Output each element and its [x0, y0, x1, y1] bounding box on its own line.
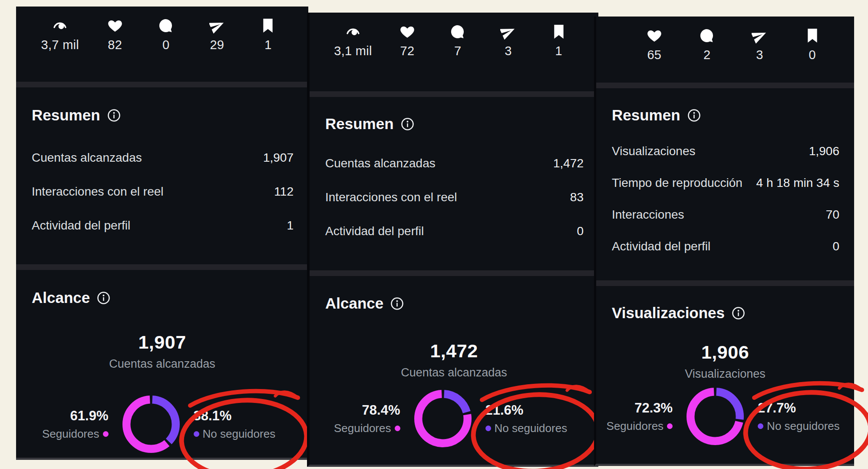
section-divider [310, 270, 598, 276]
followers-dot [395, 426, 400, 431]
followers-legend: Seguidores [334, 422, 400, 435]
nonfollowers-stat: 21.6% No seguidores [485, 402, 595, 435]
followers-label: Seguidores [334, 422, 391, 435]
summary-row: Actividad del perfil 1 [32, 219, 294, 233]
breakdown-total: 1,907 Cuentas alcanzadas [16, 332, 308, 371]
donut-chart [119, 392, 183, 456]
section-divider [596, 83, 854, 88]
stat-comments: 7 [442, 24, 473, 58]
stat-value: 72 [400, 44, 415, 58]
followers-dot [667, 423, 673, 429]
stat-saves: 1 [253, 18, 283, 52]
insights-panel-3: 65 2 3 0 Resumen Visualizaciones 1,906 T… [594, 17, 854, 466]
share-icon [500, 24, 516, 40]
section-divider [596, 280, 854, 286]
row-label: Actividad del perfil [32, 219, 130, 233]
stat-saves: 0 [797, 28, 828, 62]
summary-row: Interacciones 70 [612, 208, 839, 222]
breakdown-total: 1,472 Cuentas alcanzadas [310, 340, 598, 379]
comment-icon [158, 18, 174, 33]
summary-row: Cuentas alcanzadas 1,472 [325, 156, 584, 170]
nonfollowers-legend: No seguidores [485, 422, 568, 435]
row-value: 70 [826, 208, 839, 222]
info-icon[interactable] [97, 291, 110, 305]
row-label: Cuentas alcanzadas [32, 151, 142, 165]
stat-views: 3,7 mil [41, 18, 79, 52]
nonfollowers-pct: 38.1% [194, 408, 232, 424]
summary-title-text: Resumen [32, 106, 100, 124]
stat-comments: 0 [151, 18, 181, 52]
heart-icon [107, 18, 123, 33]
insights-panel-1: 3,7 mil 82 0 29 1 Resumen Cuentas alcanz… [16, 7, 308, 460]
row-label: Tiempo de reproducción [612, 176, 743, 190]
followers-dot [103, 431, 109, 437]
row-value: 1,472 [553, 156, 584, 170]
nonfollowers-dot [194, 431, 199, 437]
stat-value: 3 [505, 44, 512, 58]
donut-chart [683, 384, 747, 449]
summary-row: Tiempo de reproducción 4 h 18 min 34 s [612, 176, 839, 190]
nonfollowers-pct: 21.6% [485, 402, 524, 418]
stat-value: 1 [264, 38, 271, 52]
nonfollowers-dot [758, 423, 763, 429]
summary-rows: Cuentas alcanzadas 1,907 Interacciones c… [32, 151, 294, 233]
breakdown-section-title: Visualizaciones [612, 304, 745, 322]
stat-shares: 3 [744, 28, 775, 62]
row-value: 83 [570, 190, 584, 204]
row-value: 1,906 [809, 144, 839, 158]
stat-value: 29 [210, 38, 224, 52]
total-value: 1,907 [16, 332, 308, 353]
stat-likes: 65 [639, 28, 670, 62]
stat-shares: 3 [493, 24, 523, 58]
summary-rows: Visualizaciones 1,906 Tiempo de reproduc… [612, 144, 839, 253]
followers-stat: 72.3% Seguidores [596, 400, 673, 433]
stat-likes: 82 [100, 18, 130, 52]
bookmark-icon [552, 24, 566, 40]
total-label: Cuentas alcanzadas [16, 357, 308, 371]
total-value: 1,906 [596, 342, 854, 363]
stat-value: 7 [454, 44, 461, 58]
summary-section-title: Resumen [612, 106, 701, 124]
section-divider [16, 264, 308, 270]
row-value: 112 [274, 185, 294, 199]
reel-stats-row: 65 2 3 0 [596, 28, 854, 77]
row-value: 0 [577, 224, 584, 238]
followers-pct: 61.9% [70, 408, 109, 424]
bookmark-icon [261, 18, 275, 33]
followers-stat: 78.4% Seguidores [314, 402, 400, 435]
nonfollowers-stat: 27.7% No seguidores [758, 400, 854, 433]
summary-row: Interacciones con el reel 112 [32, 185, 294, 199]
summary-section-title: Resumen [32, 106, 121, 124]
stat-saves: 1 [544, 24, 574, 58]
heart-icon [647, 28, 662, 43]
stat-views: 3,1 mil [334, 24, 372, 58]
info-icon[interactable] [390, 297, 404, 310]
reel-stats-row: 3,1 mil 72 7 3 1 [310, 24, 598, 73]
followers-breakdown-chart-row: 72.3% Seguidores 27.7% No seguidores [596, 375, 854, 458]
row-value: 4 h 18 min 34 s [756, 176, 839, 190]
row-label: Visualizaciones [612, 144, 696, 158]
comment-icon [450, 24, 465, 40]
summary-row: Interacciones con el reel 83 [325, 190, 584, 204]
red-circle-annotation [174, 380, 317, 469]
stat-value: 65 [647, 48, 661, 62]
donut-chart [411, 386, 475, 451]
info-icon[interactable] [107, 109, 121, 122]
stat-value: 0 [162, 38, 169, 52]
breakdown-title-text: Visualizaciones [612, 304, 725, 322]
info-icon[interactable] [401, 117, 414, 131]
followers-legend: Seguidores [607, 419, 673, 433]
info-icon[interactable] [732, 306, 745, 320]
nonfollowers-dot [485, 426, 491, 431]
nonfollowers-label: No seguidores [203, 427, 276, 441]
summary-row: Visualizaciones 1,906 [612, 144, 839, 158]
followers-stat: 61.9% Seguidores [22, 408, 109, 441]
heart-icon [399, 24, 415, 40]
row-value: 0 [832, 239, 839, 253]
eye-icon [51, 18, 69, 33]
nonfollowers-label: No seguidores [495, 422, 568, 435]
section-divider [16, 82, 308, 87]
followers-pct: 78.4% [362, 402, 400, 418]
info-icon[interactable] [687, 109, 701, 122]
comment-icon [699, 28, 715, 43]
